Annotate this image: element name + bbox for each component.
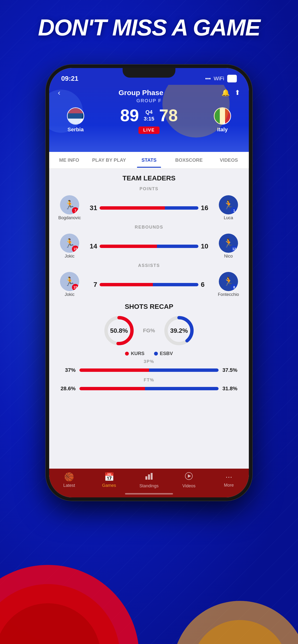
home-score: 89 xyxy=(120,106,139,125)
luca-avatar: 🏃 1 xyxy=(219,195,238,214)
away-3p-val: 37.5% xyxy=(222,367,242,373)
more-label: More xyxy=(224,483,234,488)
bogdanovic-name: Bogdanovic xyxy=(56,216,83,220)
standings-label: Standings xyxy=(139,484,159,488)
nav-standings[interactable]: Standings xyxy=(129,472,169,488)
tab-boxscore[interactable]: BOXSCORE xyxy=(169,152,209,168)
standings-icon xyxy=(145,472,153,482)
battery-icon: 85 xyxy=(227,75,237,82)
tabs-container: ME INFO PLAY BY PLAY STATS BOXSCORE VIDE… xyxy=(49,152,249,169)
fontecchio-jersey: 8 xyxy=(231,284,238,290)
points-bar-home xyxy=(100,206,165,210)
points-bar-away xyxy=(165,206,198,210)
points-category: POINTS xyxy=(49,184,249,193)
fg-percent-label: FG% xyxy=(143,328,155,334)
games-icon: 📅 xyxy=(104,472,114,482)
wifi-icon: WiFi xyxy=(214,76,224,82)
header-title: Group Phase xyxy=(118,89,163,97)
nico-name: Nico xyxy=(215,254,242,259)
decorative-circles xyxy=(0,500,298,644)
rebounds-bar-home xyxy=(100,244,157,248)
away-assists-player: 🏃 8 Fontecchio xyxy=(215,272,242,297)
tab-videos[interactable]: VIDEOS xyxy=(209,152,249,168)
3p-label: 3P% xyxy=(56,356,242,366)
score-divider: Q4 3:15 xyxy=(144,109,154,122)
latest-icon: 🏀 xyxy=(64,472,74,482)
assists-category: ASSISTS xyxy=(49,261,249,270)
jokic-reb-jersey: 15 xyxy=(72,246,79,252)
svg-marker-13 xyxy=(188,474,191,478)
home-ft-val: 28.6% xyxy=(56,386,76,392)
pct-section: 3P% 37% 37.5% FT% 28.6% xyxy=(49,356,249,393)
jokic-assists: 7 xyxy=(85,281,97,288)
jokic-ast-jersey: 15 xyxy=(72,284,79,290)
status-icons: ▪▪▪ WiFi 85 xyxy=(205,75,237,82)
quarter-info: Q4 xyxy=(145,109,152,115)
3p-bar-away xyxy=(149,368,219,372)
luca-name: Luca xyxy=(215,216,242,220)
luca-points: 16 xyxy=(201,204,213,212)
videos-icon xyxy=(185,472,193,482)
jokic-ast-avatar: 🏃 15 xyxy=(60,272,79,291)
3p-bar xyxy=(79,368,219,372)
ft-bar-home xyxy=(79,387,145,390)
points-leader-row: 🏃 7 Bogdanovic 31 16 🏃 1 xyxy=(49,193,249,222)
team-leaders-title: TEAM LEADERS xyxy=(49,169,249,184)
away-legend-item: ESBV xyxy=(154,351,173,356)
ft-bar-away xyxy=(145,387,219,390)
3p-bar-home xyxy=(79,368,149,372)
nav-latest[interactable]: 🏀 Latest xyxy=(49,472,89,488)
videos-label: Videos xyxy=(182,484,196,488)
assists-leader-row: 🏃 15 Jokic 7 6 🏃 8 xyxy=(49,270,249,299)
fontecchio-avatar: 🏃 8 xyxy=(219,272,238,291)
away-fg-donut: 39.2% xyxy=(162,314,196,348)
home-fg-donut: 50.8% xyxy=(102,314,136,348)
ft-label: FT% xyxy=(56,375,242,384)
main-content: TEAM LEADERS POINTS 🏃 7 Bogdanovic 31 xyxy=(49,169,249,468)
more-icon: ··· xyxy=(226,472,232,481)
jokic-reb-name: Jokic xyxy=(56,254,83,259)
nico-jersey: 12 xyxy=(231,246,238,252)
assists-bar-home xyxy=(100,283,153,286)
games-label: Games xyxy=(102,483,116,488)
phone-screen: 09:21 ▪▪▪ WiFi 85 ‹ Group Phase 🔔 ⬆ xyxy=(49,68,249,498)
donut-row: 50.8% FG% 39.2% xyxy=(49,314,249,348)
rebounds-leader-row: 🏃 15 Jokic 14 10 🏃 12 xyxy=(49,232,249,261)
share-icon[interactable]: ⬆ xyxy=(235,89,240,96)
jokic-ast-name: Jokic xyxy=(56,292,83,297)
home-fg-value: 50.8% xyxy=(102,314,136,348)
phone-device: 09:21 ▪▪▪ WiFi 85 ‹ Group Phase 🔔 ⬆ xyxy=(46,65,252,501)
home-rebounds-player: 🏃 15 Jokic xyxy=(56,234,83,259)
nico-rebounds: 10 xyxy=(201,242,213,250)
bogdanovic-avatar: 🏃 7 xyxy=(60,195,79,214)
bogdanovic-points: 31 xyxy=(85,204,97,212)
signal-icon: ▪▪▪ xyxy=(205,76,211,82)
app-header: ‹ Group Phase 🔔 ⬆ GROUP F xyxy=(49,85,249,152)
tab-game-info[interactable]: ME INFO xyxy=(49,152,89,168)
rebounds-bar-away xyxy=(157,244,198,248)
nico-avatar: 🏃 12 xyxy=(219,234,238,253)
main-headline: DON'T MISS A GAME xyxy=(0,14,298,41)
nav-more[interactable]: ··· More xyxy=(209,472,249,488)
svg-rect-11 xyxy=(151,473,153,480)
phone-frame: 09:21 ▪▪▪ WiFi 85 ‹ Group Phase 🔔 ⬆ xyxy=(46,65,252,501)
nav-videos[interactable]: Videos xyxy=(169,472,209,488)
phone-notch xyxy=(123,68,175,78)
rebounds-category: REBOUNDS xyxy=(49,222,249,232)
home-points-player: 🏃 7 Bogdanovic xyxy=(56,195,83,220)
shots-recap-title: SHOTS RECAP xyxy=(49,299,249,314)
tab-play-by-play[interactable]: PLAY BY PLAY xyxy=(89,152,129,168)
away-ft-val: 31.8% xyxy=(222,386,242,392)
points-bar xyxy=(100,206,198,210)
ft-row: 28.6% 31.8% xyxy=(56,384,242,393)
legend-row: KURS ESBV xyxy=(49,351,249,356)
latest-label: Latest xyxy=(63,483,75,488)
jokic-rebounds: 14 xyxy=(85,242,97,250)
home-assists-player: 🏃 15 Jokic xyxy=(56,272,83,297)
away-rebounds-player: 🏃 12 Nico xyxy=(215,234,242,259)
tab-stats[interactable]: STATS xyxy=(129,152,169,168)
3p-row: 37% 37.5% xyxy=(56,366,242,375)
away-points-player: 🏃 1 Luca xyxy=(215,195,242,220)
home-legend-label: KURS xyxy=(131,351,144,356)
nav-games[interactable]: 📅 Games xyxy=(89,472,129,488)
